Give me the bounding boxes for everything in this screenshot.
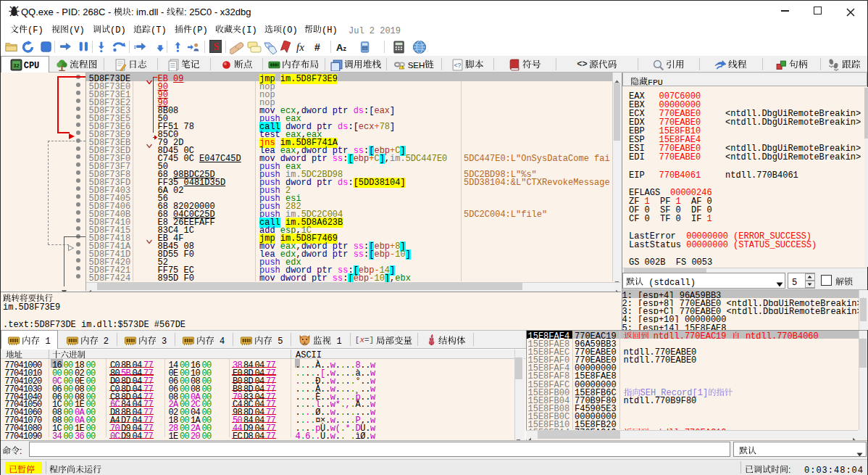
svg-text:<?: <?	[454, 62, 461, 69]
svg-text:!: !	[402, 65, 403, 69]
svg-text:32: 32	[13, 62, 19, 68]
